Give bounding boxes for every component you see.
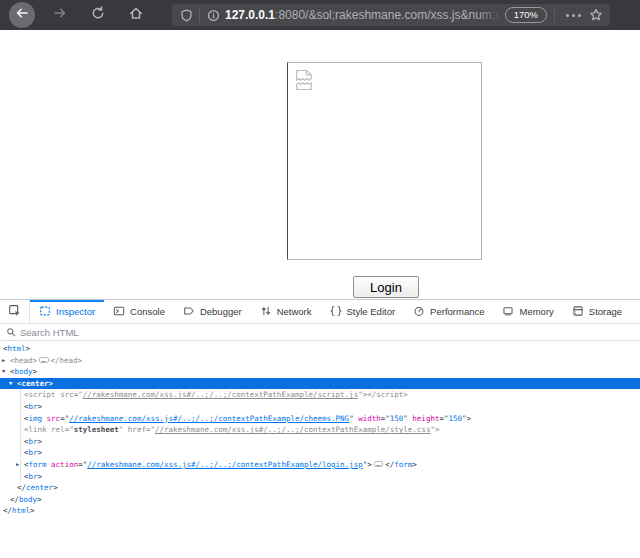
storage-icon xyxy=(572,305,584,319)
markup-token: img xyxy=(29,414,43,423)
tab-inspector[interactable]: Inspector xyxy=(30,300,104,323)
pick-element-button[interactable] xyxy=(0,300,30,323)
markup-token: > xyxy=(37,495,42,504)
devtools-search-bar xyxy=(0,324,640,341)
markup-token: " xyxy=(119,425,128,434)
markup-row[interactable]: <img src="//rakeshmane.com/xss.js#/..;/.… xyxy=(0,413,640,425)
url-fade xyxy=(477,4,503,26)
attribute-link[interactable]: //rakeshmane.com/xss.js#/..;/..;/context… xyxy=(83,390,358,399)
markup-token: > xyxy=(49,379,54,388)
tab-network[interactable]: Network xyxy=(251,300,321,323)
markup-token: src xyxy=(47,414,61,423)
markup-token: height xyxy=(412,414,439,423)
markup-token: </ xyxy=(3,506,12,515)
markup-token: =" xyxy=(146,425,155,434)
markup-row[interactable]: <br> xyxy=(0,401,640,413)
markup-row[interactable]: <link rel="stylesheet" href="//rakeshman… xyxy=(0,424,640,436)
forward-button[interactable] xyxy=(47,2,73,28)
tab-storage[interactable]: Storage xyxy=(563,300,631,323)
markup-token: > xyxy=(78,356,83,365)
expand-arrow-icon[interactable]: ▶ xyxy=(2,355,5,367)
markup-token: html xyxy=(8,344,26,353)
url-host: 127.0.0.1 xyxy=(225,8,275,22)
markup-token: center xyxy=(22,379,49,388)
markup-token: html xyxy=(12,506,30,515)
markup-token: 150 xyxy=(390,414,404,423)
attribute-link[interactable]: //rakeshmane.com/xss.js#/..;/..;/context… xyxy=(69,414,349,423)
forward-icon xyxy=(53,6,67,24)
markup-row[interactable]: </html> xyxy=(0,505,640,517)
markup-row[interactable]: ▶<form action="//rakeshmane.com/xss.js#/… xyxy=(0,459,640,471)
style-editor-icon xyxy=(330,305,342,319)
home-icon xyxy=(129,6,143,24)
broken-image xyxy=(287,62,482,260)
pick-element-icon xyxy=(8,303,21,321)
bookmark-star-icon[interactable] xyxy=(587,8,610,22)
inline-ellipsis-badge[interactable]: … xyxy=(374,461,383,468)
markup-token: "> xyxy=(363,460,372,469)
shield-icon[interactable] xyxy=(178,9,194,22)
reload-button[interactable] xyxy=(85,2,111,28)
markup-row[interactable]: </body> xyxy=(0,494,640,506)
network-icon xyxy=(260,305,272,319)
collapse-arrow-icon[interactable]: ▼ xyxy=(2,366,5,378)
tab-label: Style Editor xyxy=(347,306,396,317)
markup-row[interactable]: ▼<center> xyxy=(0,378,640,390)
login-button[interactable]: Login xyxy=(353,276,419,298)
markup-token: " xyxy=(403,414,412,423)
devtools-panel: InspectorConsoleDebuggerNetworkStyle Edi… xyxy=(0,299,640,558)
markup-token: =" xyxy=(60,414,69,423)
inline-ellipsis-badge[interactable]: … xyxy=(39,357,48,364)
markup-token: form xyxy=(394,460,412,469)
markup-row[interactable]: </center> xyxy=(0,482,640,494)
url-text: 127.0.0.1:8080/&sol;rakeshmane.com/xss.j… xyxy=(221,4,503,26)
tab-label: Performance xyxy=(430,306,484,317)
markup-token: head xyxy=(60,356,78,365)
tab-performance[interactable]: Performance xyxy=(404,300,493,323)
markup-token: br xyxy=(29,472,38,481)
markup-token: =" xyxy=(381,414,390,423)
search-html-input[interactable] xyxy=(20,327,634,338)
markup-token: script xyxy=(376,390,403,399)
tab-style-editor[interactable]: Style Editor xyxy=(321,300,405,323)
expand-arrow-icon[interactable]: ▶ xyxy=(16,459,19,471)
broken-image-icon xyxy=(295,69,313,95)
markup-token: rel xyxy=(51,425,65,434)
zoom-level-badge[interactable]: 170% xyxy=(505,7,547,23)
tab-label: Console xyxy=(130,306,165,317)
tab-memory[interactable]: Memory xyxy=(493,300,562,323)
markup-row[interactable]: <br> xyxy=(0,447,640,459)
back-button[interactable] xyxy=(9,2,35,28)
tab-console[interactable]: Console xyxy=(104,300,174,323)
info-icon[interactable] xyxy=(205,9,221,22)
attribute-link[interactable]: //rakeshmane.com/xss.js#/..;/..;/context… xyxy=(155,425,430,434)
attribute-link[interactable]: //rakeshmane.com/xss.js#/..;/..;/context… xyxy=(87,460,362,469)
markup-token: 150 xyxy=(448,414,462,423)
markup-row[interactable]: <script src="//rakeshmane.com/xss.js#/..… xyxy=(0,389,640,401)
markup-token: > xyxy=(30,506,35,515)
markup-token: =" xyxy=(78,460,87,469)
collapse-arrow-icon[interactable]: ▼ xyxy=(9,378,12,390)
page-actions-icon[interactable] xyxy=(560,14,587,17)
markup-row[interactable]: ▼<body> xyxy=(0,366,640,378)
markup-row[interactable]: <br> xyxy=(0,436,640,448)
markup-row[interactable]: ▶<head>…</head> xyxy=(0,355,640,367)
tab-label: Inspector xyxy=(56,306,95,317)
tab-debugger[interactable]: Debugger xyxy=(174,300,251,323)
urlbar-divider-2 xyxy=(554,8,555,22)
tab-label: Debugger xyxy=(200,306,242,317)
markup-token: </ xyxy=(10,495,19,504)
markup-token: src xyxy=(60,390,74,399)
markup-token: href xyxy=(128,425,146,434)
home-button[interactable] xyxy=(123,2,149,28)
debugger-icon xyxy=(183,305,195,319)
tab-accessibility[interactable]: Accessibility xyxy=(631,300,640,323)
url-bar[interactable]: 127.0.0.1:8080/&sol;rakeshmane.com/xss.j… xyxy=(172,4,610,26)
page-viewport: Login xyxy=(0,30,640,299)
tab-label: Memory xyxy=(519,306,553,317)
markup-token: > xyxy=(403,390,408,399)
markup-row[interactable]: <html> xyxy=(0,343,640,355)
markup-token: > xyxy=(38,402,43,411)
markup-row[interactable]: <br> xyxy=(0,471,640,483)
back-icon xyxy=(15,6,29,24)
